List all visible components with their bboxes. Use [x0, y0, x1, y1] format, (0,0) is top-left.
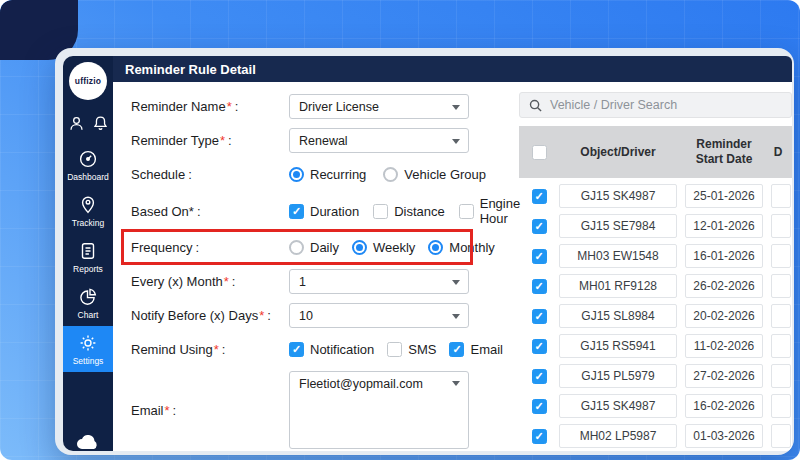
start-date-cell: 26-02-2026 — [685, 274, 763, 298]
sidebar-item-settings[interactable]: Settings — [63, 326, 113, 372]
based-on-label: Based On*: — [131, 204, 289, 219]
sidebar-item-label: Dashboard — [67, 172, 109, 182]
cropped-cell — [771, 184, 791, 208]
cropped-cell — [771, 214, 791, 238]
start-date-cell: 16-02-2026 — [685, 394, 763, 418]
start-date-cell: 11-02-2026 — [685, 334, 763, 358]
object-driver-cell: GJ15 SK4987 — [559, 184, 677, 208]
radio-option[interactable]: Monthly — [428, 240, 495, 255]
checkbox-icon — [373, 204, 388, 219]
table-header: Object/Driver Reminder Start Date D — [519, 126, 792, 178]
email-label: Email*: — [131, 403, 289, 418]
sidebar-item-reports[interactable]: Reports — [63, 234, 113, 280]
checkbox-option[interactable]: Duration — [289, 204, 359, 219]
app-window: uffizio — [55, 48, 794, 455]
cropped-cell — [771, 304, 791, 328]
logo-text: uffizio — [75, 76, 101, 86]
radio-option[interactable]: Daily — [289, 240, 339, 255]
checkbox-option[interactable]: SMS — [387, 342, 436, 357]
form-row-email: Email*: Fleetiot@yopmail.com — [131, 371, 513, 449]
schedule-label: Schedule: — [131, 167, 289, 182]
frequency-label: Frequency: — [131, 240, 289, 255]
settings-gear-icon — [78, 333, 98, 353]
select-all-checkbox[interactable] — [532, 145, 547, 160]
form-row-frequency-highlighted: Frequency: Daily — [131, 235, 513, 260]
table-row: MH02 LP5987 01-03-2026 — [519, 424, 792, 448]
cropped-cell — [771, 244, 791, 268]
column-header-reminder-start-date: Reminder Start Date — [685, 137, 763, 167]
table-body: GJ15 SK4987 25-01-2026 GJ15 SE7984 12-0 — [519, 178, 792, 451]
row-checkbox[interactable] — [532, 279, 547, 294]
checkbox-icon — [449, 342, 464, 357]
table-row: GJ15 SE7984 12-01-2026 — [519, 214, 792, 238]
form-row-reminder-name: Reminder Name*: Driver License — [131, 94, 513, 119]
every-month-label: Every (x) Month*: — [131, 274, 289, 289]
checkbox-option[interactable]: Email — [449, 342, 503, 357]
cropped-cell — [771, 274, 791, 298]
sidebar-item-chart[interactable]: Chart — [63, 280, 113, 326]
radio-icon — [289, 240, 304, 255]
content-area: Reminder Rule Detail Reminder Name*: Dri… — [113, 56, 792, 451]
sidebar: uffizio — [63, 56, 113, 451]
form-row-schedule: Schedule: Recurring — [131, 162, 513, 187]
row-checkbox[interactable] — [532, 429, 547, 444]
sidebar-item-tracking[interactable]: Tracking — [63, 188, 113, 234]
table-row: GJ15 RS5941 11-02-2026 — [519, 334, 792, 358]
row-checkbox[interactable] — [532, 399, 547, 414]
checkbox-icon — [289, 342, 304, 357]
page-title: Reminder Rule Detail — [113, 56, 792, 82]
notify-before-select[interactable]: 10 — [289, 303, 469, 328]
form-row-remind-using: Remind Using*: Notification — [131, 337, 513, 362]
email-multiselect[interactable]: Fleetiot@yopmail.com — [289, 371, 469, 449]
vehicle-table: Vehicle / Driver Search Object/Driver Re… — [513, 82, 792, 451]
table-row: MH01 RF9128 26-02-2026 — [519, 274, 792, 298]
cropped-cell — [771, 334, 791, 358]
column-header-object-driver: Object/Driver — [559, 145, 677, 160]
bell-icon[interactable] — [92, 115, 109, 132]
object-driver-cell: GJ15 SK4987 — [559, 394, 677, 418]
chevron-down-icon — [452, 280, 460, 285]
object-driver-cell: GJ15 RS5941 — [559, 334, 677, 358]
radio-icon — [352, 240, 367, 255]
every-month-select[interactable]: 1 — [289, 269, 469, 294]
table-row: MH03 EW1548 16-01-2026 — [519, 244, 792, 268]
reports-icon — [78, 241, 98, 261]
dashboard-icon — [78, 149, 98, 169]
frequency-radio-group: Daily Weekly — [289, 240, 495, 255]
row-checkbox[interactable] — [532, 339, 547, 354]
radio-option[interactable]: Weekly — [352, 240, 415, 255]
user-icon[interactable] — [68, 115, 85, 132]
checkbox-option[interactable]: Distance — [373, 204, 445, 219]
search-placeholder: Vehicle / Driver Search — [550, 98, 677, 112]
object-driver-cell: GJ15 SL8984 — [559, 304, 677, 328]
radio-option[interactable]: Recurring — [289, 167, 366, 182]
checkbox-icon — [387, 342, 402, 357]
start-date-cell: 01-03-2026 — [685, 424, 763, 448]
checkbox-option[interactable]: Engine Hour — [459, 196, 520, 226]
schedule-radio-group: Recurring Vehicle Group — [289, 167, 486, 182]
sidebar-item-dashboard[interactable]: Dashboard — [63, 142, 113, 188]
table-row: GJ15 PL5979 27-02-2026 — [519, 364, 792, 388]
desktop-background: uffizio — [0, 0, 800, 460]
radio-icon — [428, 240, 443, 255]
reminder-name-select[interactable]: Driver License — [289, 94, 469, 119]
row-checkbox[interactable] — [532, 219, 547, 234]
reminder-type-select[interactable]: Renewal — [289, 128, 469, 153]
sidebar-item-label: Reports — [73, 264, 103, 274]
row-checkbox[interactable] — [532, 249, 547, 264]
sidebar-item-label: Tracking — [72, 218, 104, 228]
checkbox-option[interactable]: Notification — [289, 342, 374, 357]
object-driver-cell: GJ15 SE7984 — [559, 214, 677, 238]
start-date-cell: 12-01-2026 — [685, 214, 763, 238]
cloud-icon — [75, 433, 101, 451]
form-row-notify-before: Notify Before (x) Days*: 10 — [131, 303, 513, 328]
row-checkbox[interactable] — [532, 309, 547, 324]
vehicle-driver-search-input[interactable]: Vehicle / Driver Search — [519, 92, 792, 118]
radio-icon — [289, 167, 304, 182]
table-row: GJ15 SK4987 16-02-2026 — [519, 394, 792, 418]
row-checkbox[interactable] — [532, 189, 547, 204]
row-checkbox[interactable] — [532, 369, 547, 384]
form-row-every-month: Every (x) Month*: 1 — [131, 269, 513, 294]
checkbox-icon — [289, 204, 304, 219]
radio-option[interactable]: Vehicle Group — [383, 167, 486, 182]
